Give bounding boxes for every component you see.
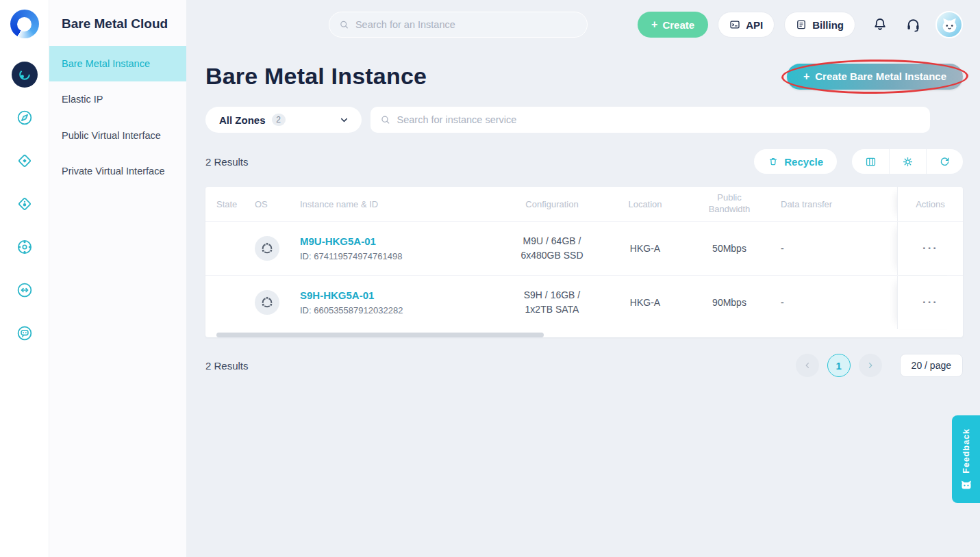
sidebar-item-label: Bare Metal Instance: [62, 58, 150, 69]
chevron-left-icon: [803, 361, 812, 370]
page-size-select[interactable]: 20 / page: [900, 354, 963, 377]
col-header-os: OS: [255, 199, 300, 209]
diamond-cloud-icon: [16, 195, 34, 213]
instance-bandwidth: 90Mbps: [678, 297, 781, 308]
sidebar: Bare Metal Cloud Bare Metal Instance Ela…: [49, 0, 186, 557]
col-header-data-transfer: Data transfer: [781, 199, 877, 209]
billing-button[interactable]: Billing: [784, 12, 855, 38]
ubuntu-icon: [260, 242, 274, 255]
table-tools-group: [852, 149, 963, 174]
col-header-location: Location: [612, 199, 678, 209]
os-badge: [255, 236, 279, 261]
refresh-button[interactable]: [926, 149, 963, 174]
rail-item-global[interactable]: [12, 234, 38, 260]
instance-location: HKG-A: [612, 243, 678, 254]
instance-id: ID: 660535587912032282: [300, 305, 492, 315]
chevron-right-icon: [866, 361, 875, 370]
billing-icon: [796, 19, 807, 30]
page-title: Bare Metal Instance: [205, 63, 427, 90]
instance-data-transfer: -: [781, 243, 877, 254]
sidebar-item-elastic-ip[interactable]: Elastic IP: [49, 81, 186, 117]
diamond-node-icon: [16, 152, 34, 170]
ubuntu-icon: [260, 296, 274, 309]
filter-row: All Zones 2: [205, 107, 963, 133]
api-button[interactable]: API: [718, 12, 775, 38]
rail-item-compass[interactable]: [12, 105, 38, 131]
sidebar-item-private-virtual-interface[interactable]: Private Virtual Interface: [49, 153, 186, 189]
sidebar-item-bare-metal-instance[interactable]: Bare Metal Instance: [49, 46, 186, 81]
rail-item-support-chat[interactable]: [12, 320, 38, 346]
global-search[interactable]: [329, 12, 588, 38]
instance-id: ID: 674119574974761498: [300, 251, 492, 261]
rail-item-bare-metal[interactable]: [12, 62, 38, 88]
instance-table: State OS Instance name & ID Configuratio…: [205, 187, 963, 337]
support-button[interactable]: [905, 16, 922, 34]
page-size-label: 20 / page: [912, 360, 951, 371]
rail-item-connection[interactable]: [12, 277, 38, 303]
rail-item-public-network[interactable]: [12, 148, 38, 174]
trash-icon: [768, 156, 779, 167]
page-header: Bare Metal Instance + Create Bare Metal …: [205, 63, 963, 90]
sidebar-item-public-virtual-interface[interactable]: Public Virtual Interface: [49, 118, 186, 153]
create-bare-metal-instance-button[interactable]: + Create Bare Metal Instance: [787, 64, 963, 90]
zones-filter-dropdown[interactable]: All Zones 2: [205, 107, 362, 133]
search-icon: [380, 114, 391, 125]
recycle-button[interactable]: Recycle: [754, 149, 837, 174]
search-icon: [339, 19, 349, 30]
feedback-cat-icon: [961, 480, 972, 490]
global-search-input[interactable]: [355, 19, 577, 30]
global-target-icon: [16, 238, 34, 256]
create-instance-wrap: + Create Bare Metal Instance: [787, 64, 963, 90]
feedback-label: Feedback: [962, 428, 971, 474]
create-button-label: Create: [662, 19, 694, 31]
instance-search-input[interactable]: [397, 114, 921, 125]
results-count-bottom: 2 Results: [205, 360, 249, 372]
sidebar-nav: Bare Metal Instance Elastic IP Public Vi…: [49, 46, 186, 189]
pagination-prev-button[interactable]: [796, 354, 819, 377]
row-actions-button[interactable]: ···: [922, 296, 938, 309]
col-header-public-bandwidth: Public Bandwidth: [703, 192, 756, 216]
chevron-down-icon: [339, 115, 349, 125]
col-header-name-id: Instance name & ID: [300, 199, 492, 209]
instance-name-link[interactable]: S9H-HKG5A-01: [300, 289, 492, 301]
instance-configuration: M9U / 64GB / 6x480GB SSD: [514, 234, 590, 263]
table-header-row: State OS Instance name & ID Configuratio…: [205, 187, 963, 221]
instance-configuration: S9H / 16GB / 1x2TB SATA: [514, 288, 590, 317]
column-settings-icon: [865, 156, 877, 168]
api-console-icon: [729, 19, 740, 30]
settings-button[interactable]: [889, 149, 926, 174]
table-row[interactable]: M9U-HKG5A-01 ID: 674119574974761498 M9U …: [205, 221, 963, 275]
results-toolbar-row: 2 Results Recycle: [205, 149, 963, 174]
billing-button-label: Billing: [812, 19, 844, 31]
table-row[interactable]: S9H-HKG5A-01 ID: 660535587912032282 S9H …: [205, 275, 963, 329]
instance-search[interactable]: [370, 107, 930, 133]
column-settings-button[interactable]: [852, 149, 889, 174]
table-footer: 2 Results 1 20 / page: [205, 354, 963, 377]
zones-count-badge: 2: [272, 114, 286, 126]
os-badge: [255, 290, 279, 315]
avatar-cat-icon: [940, 16, 959, 34]
instance-data-transfer: -: [781, 297, 877, 308]
horizontal-scrollbar: [216, 333, 952, 337]
rail-item-private-network[interactable]: [12, 191, 38, 217]
row-actions-button[interactable]: ···: [922, 242, 938, 255]
brand-logo-icon[interactable]: [10, 10, 39, 38]
notifications-button[interactable]: [872, 16, 888, 33]
col-header-state: State: [216, 199, 255, 209]
compass-icon: [16, 109, 34, 127]
plus-icon: +: [803, 71, 809, 82]
col-header-actions: Actions: [897, 187, 963, 221]
sidebar-item-label: Elastic IP: [62, 94, 103, 105]
top-bar: + Create API Billing: [205, 0, 963, 49]
refresh-icon: [939, 156, 951, 168]
pagination-next-button[interactable]: [859, 354, 882, 377]
pagination-page-1[interactable]: 1: [827, 354, 851, 377]
create-button[interactable]: + Create: [638, 12, 708, 38]
col-header-configuration: Configuration: [492, 199, 612, 209]
feedback-tab[interactable]: Feedback: [952, 415, 980, 503]
horizontal-scrollbar-thumb[interactable]: [216, 333, 544, 337]
sidebar-item-label: Private Virtual Interface: [62, 166, 164, 177]
user-avatar[interactable]: [935, 11, 963, 38]
instance-name-link[interactable]: M9U-HKG5A-01: [300, 235, 492, 247]
bell-icon: [872, 16, 888, 33]
